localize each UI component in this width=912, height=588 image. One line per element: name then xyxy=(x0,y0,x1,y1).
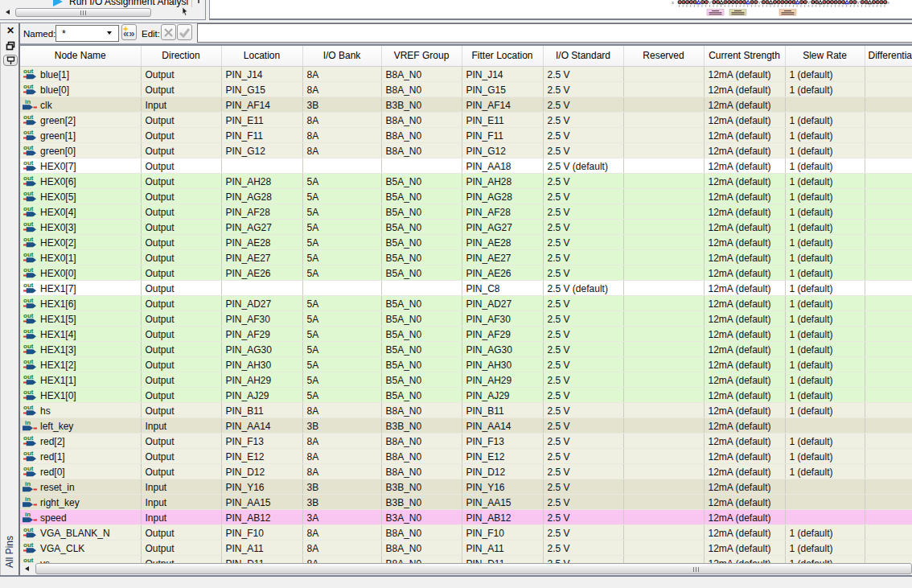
svg-text:out: out xyxy=(23,205,34,212)
svg-text:out: out xyxy=(23,297,34,304)
svg-text:out: out xyxy=(23,83,34,90)
svg-text:V: V xyxy=(857,0,860,5)
svg-text:out: out xyxy=(23,175,34,182)
svg-text:out: out xyxy=(23,312,34,319)
svg-text:out: out xyxy=(23,220,34,228)
svg-text:out: out xyxy=(23,144,34,151)
svg-text:in: in xyxy=(25,495,31,503)
svg-text:out: out xyxy=(23,251,34,258)
svg-text:out: out xyxy=(23,358,34,365)
svg-text:out: out xyxy=(23,343,34,350)
svg-text:x: x xyxy=(887,0,889,5)
svg-text:V: V xyxy=(709,0,712,5)
svg-text:out: out xyxy=(23,450,34,457)
svg-text:out: out xyxy=(23,190,34,197)
svg-text:out: out xyxy=(23,434,34,442)
svg-text:x: x xyxy=(672,0,674,5)
svg-text:out: out xyxy=(23,465,34,472)
svg-text:in: in xyxy=(25,419,31,426)
svg-text:out: out xyxy=(23,236,34,243)
svg-text:in: in xyxy=(25,480,31,487)
svg-text:out: out xyxy=(23,327,34,335)
svg-text:out: out xyxy=(23,389,34,396)
svg-text:out: out xyxy=(23,113,34,121)
svg-text:V: V xyxy=(807,0,811,5)
svg-text:out: out xyxy=(23,526,34,533)
svg-text:out: out xyxy=(23,129,34,136)
svg-text:out: out xyxy=(23,373,34,380)
svg-text:V: V xyxy=(758,0,761,5)
svg-text:out: out xyxy=(23,404,34,411)
svg-text:in: in xyxy=(25,98,31,105)
svg-text:out: out xyxy=(23,266,34,273)
svg-text:out: out xyxy=(23,68,34,75)
svg-text:out: out xyxy=(23,541,34,549)
svg-text:in: in xyxy=(25,511,31,518)
svg-text:out: out xyxy=(23,159,34,167)
svg-text:out: out xyxy=(23,282,34,289)
